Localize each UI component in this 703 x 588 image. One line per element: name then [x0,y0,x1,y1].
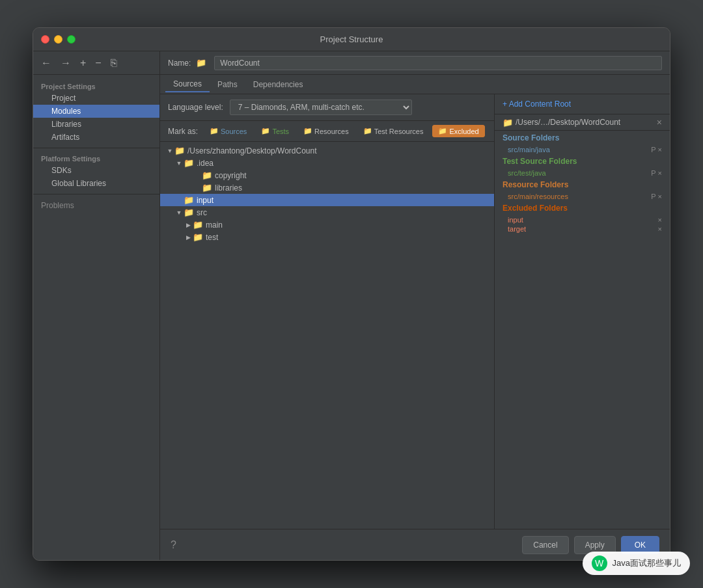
source-remove-button-1[interactable]: × [658,146,662,154]
excluded-folders-label: Excluded Folders [503,204,662,213]
mark-excluded-label: Excluded [449,127,478,135]
test-folder-entry-1: src/test/java P × [495,168,670,178]
sidebar-item-artifacts[interactable]: Artifacts [33,131,159,144]
test-package-prefix-button-1[interactable]: P [651,169,655,177]
content-root-folder-icon: 📁 [503,118,513,127]
test-remove-button-1[interactable]: × [658,169,662,177]
mark-as-label: Mark as: [168,127,198,136]
sidebar-item-project[interactable]: Project [33,92,159,105]
mark-tests-label: Tests [272,127,289,135]
sidebar-toolbar: ← → + − ⎘ [33,51,159,75]
wechat-icon: W [592,555,607,571]
mark-as-excluded-button[interactable]: 📁 Excluded [432,125,484,137]
folder-sources-icon: 📁 [210,127,219,135]
excluded-remove-button-2[interactable]: × [658,225,662,233]
tree-label-test: test [206,233,218,242]
source-package-prefix-button-1[interactable]: P [651,146,655,154]
nav-back-button[interactable]: ← [38,56,54,70]
folder-copyright-icon: 📁 [202,170,212,180]
tree-item-idea[interactable]: ▼ 📁 .idea [160,157,494,169]
screen-background: Project Structure ← → + − ⎘ Project Sett… [0,0,703,588]
source-folders-category: Source Folders [495,131,670,145]
excluded-path-2: target [508,225,658,233]
tree-arrow-root: ▼ [165,148,174,154]
mark-as-test-resources-button[interactable]: 📁 Test Resources [358,126,429,137]
nav-forward-button[interactable]: → [58,56,74,70]
mark-as-resources-button[interactable]: 📁 Resources [298,126,354,137]
folder-src-icon: 📁 [184,207,194,217]
folder-test-icon: 📁 [193,232,203,242]
resource-package-prefix-button-1[interactable]: P [651,193,655,200]
module-icon: 📁 [196,58,206,68]
tree-arrow-test: ▶ [184,234,193,241]
test-source-folders-label: Test Source Folders [503,157,662,166]
source-folder-actions-1: P × [651,146,662,154]
add-content-root-section: + Add Content Root [495,94,670,114]
resource-remove-button-1[interactable]: × [658,193,662,200]
add-content-root-button[interactable]: + Add Content Root [503,100,571,109]
mark-as-tests-button[interactable]: 📁 Tests [256,126,294,137]
folder-excluded-icon: 📁 [438,127,447,135]
tree-label-src: src [197,208,207,217]
resource-folders-category: Resource Folders [495,178,670,192]
right-panel: Name: 📁 Sources Paths Dependencies Langu… [160,51,670,560]
tree-arrow-main: ▶ [184,222,193,228]
tree-label-copyright: copyright [215,171,247,180]
resource-path-1: src/main/resources [508,193,651,200]
tabs-bar: Sources Paths Dependencies [160,75,670,94]
tree-item-src[interactable]: ▼ 📁 src [160,206,494,219]
test-folder-actions-1: P × [651,169,662,177]
tab-paths[interactable]: Paths [210,77,245,92]
watermark-text: Java面试那些事儿 [613,557,681,569]
tree-item-test[interactable]: ▶ 📁 test [160,231,494,243]
sidebar-copy-button[interactable]: ⎘ [108,56,120,70]
sidebar: ← → + − ⎘ Project Settings Project Modul… [33,51,160,560]
mark-as-sources-button[interactable]: 📁 Sources [204,126,252,137]
folder-idea-icon: 📁 [184,158,194,168]
file-tree[interactable]: ▼ 📁 /Users/zhantong/Desktop/WordCount ▼ … [160,142,494,529]
minimize-traffic-light[interactable] [54,35,62,44]
project-settings-label: Project Settings [33,80,159,92]
sidebar-item-libraries[interactable]: Libraries [33,118,159,131]
tree-label-libraries: libraries [215,183,242,193]
excluded-folder-actions-2: × [658,225,662,233]
tree-item-copyright[interactable]: ▶ 📁 copyright [160,169,494,181]
close-traffic-light[interactable] [41,35,49,44]
sidebar-divider [33,148,159,148]
sidebar-add-button[interactable]: + [77,56,89,70]
tree-label-input: input [197,196,214,205]
excluded-path-1: input [508,216,658,224]
platform-settings-label: Platform Settings [33,152,159,164]
tab-sources[interactable]: Sources [165,77,210,92]
sidebar-item-problems[interactable]: Problems [33,198,159,211]
cancel-button[interactable]: Cancel [522,536,568,554]
watermark: W Java面试那些事儿 [583,552,690,575]
sidebar-divider2 [33,194,159,194]
sidebar-remove-button[interactable]: − [92,56,103,70]
content-root-close-button[interactable]: × [657,117,662,127]
tab-dependencies[interactable]: Dependencies [245,77,311,92]
tree-arrow-idea: ▼ [174,160,184,167]
folder-root-icon: 📁 [174,146,185,155]
mark-as-row: Mark as: 📁 Sources 📁 Tests 📁 [160,121,494,142]
folder-main-icon: 📁 [193,220,203,230]
tree-item-libraries[interactable]: ▶ 📁 libraries [160,181,494,194]
sidebar-item-global-libraries[interactable]: Global Libraries [33,177,159,190]
excluded-remove-button-1[interactable]: × [658,216,662,224]
mark-sources-label: Sources [221,127,247,135]
module-name-input[interactable] [214,56,662,70]
tree-item-input[interactable]: ▶ 📁 input [160,194,494,206]
sidebar-item-modules[interactable]: Modules [33,105,159,118]
source-folders-label: Source Folders [503,133,662,142]
language-level-select[interactable]: 7 – Diamonds, ARM, multi-catch etc. [230,100,412,115]
mark-test-resources-label: Test Resources [374,127,424,135]
resource-folder-entry-1: src/main/resources P × [495,192,670,201]
maximize-traffic-light[interactable] [67,35,76,44]
tree-label-idea: .idea [197,159,214,168]
sidebar-item-sdks[interactable]: SDKs [33,164,159,177]
help-button[interactable]: ? [171,539,176,551]
excluded-folder-entry-1: input × [495,215,670,224]
tree-item-root[interactable]: ▼ 📁 /Users/zhantong/Desktop/WordCount [160,144,494,157]
tree-item-main[interactable]: ▶ 📁 main [160,219,494,231]
language-level-row: Language level: 7 – Diamonds, ARM, multi… [160,94,494,121]
